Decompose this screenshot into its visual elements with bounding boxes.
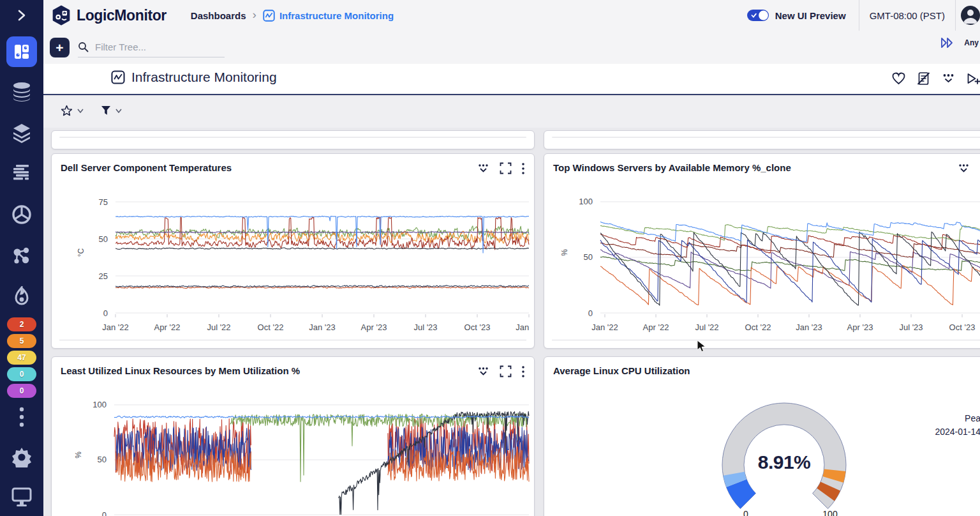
svg-text:Apr '23: Apr '23 (361, 322, 387, 332)
new-ui-preview-toggle[interactable] (746, 9, 769, 22)
filter-tree-input[interactable] (95, 42, 207, 52)
mapping-icon (11, 245, 32, 266)
schedule-add-icon[interactable] (965, 71, 980, 86)
sidebar-item-alerts[interactable] (0, 286, 43, 307)
sidebar-item-logs[interactable] (0, 163, 43, 183)
timezone-label: GMT-08:00 (PST) (859, 10, 955, 21)
breadcrumb-dashboards[interactable]: Dashboards (191, 10, 246, 21)
widget-linux-cpu-gauge: Average Linux CPU Utilization 8.91% 0 10… (544, 356, 980, 516)
svg-text:50: 50 (99, 234, 108, 244)
line-chart-dell-temperatures[interactable]: 7550250°CJan '22Apr '22Jul '22Oct '22Jan… (58, 185, 530, 333)
brand-name: LogicMonitor (77, 7, 167, 24)
logicmonitor-mark-icon (51, 5, 71, 26)
favorite-heart-icon[interactable] (891, 71, 907, 86)
divider (955, 0, 956, 31)
dashboard-chart-icon (263, 10, 275, 22)
breadcrumb-current[interactable]: Infrastructure Monitoring (263, 10, 394, 22)
sidebar-expand-chevron-icon[interactable] (0, 9, 43, 22)
alert-badge[interactable]: 0 (7, 367, 36, 381)
logicmonitor-logo[interactable]: LogicMonitor (51, 5, 167, 26)
filter-dropdown[interactable] (100, 105, 122, 117)
more-actions-icon[interactable] (940, 71, 956, 86)
alert-badge[interactable]: 5 (7, 334, 36, 348)
mouse-cursor (697, 340, 708, 353)
search-icon (78, 42, 89, 52)
svg-text:%: % (560, 249, 569, 256)
svg-text:Jul '22: Jul '22 (695, 322, 718, 332)
dashboard-chart-icon (111, 70, 125, 84)
sidebar-item-modules[interactable] (0, 123, 43, 143)
dashboards-icon (13, 43, 30, 60)
svg-text:°C: °C (77, 248, 85, 257)
widget-linux-mem-utilization: Least Utilized Linux Resources by Mem Ut… (51, 356, 535, 516)
sidebar-remote-session-icon[interactable] (0, 487, 43, 507)
more-actions-icon[interactable] (957, 162, 970, 175)
resource-tree-bar: + Any (43, 31, 980, 64)
widget-dell-temperatures: Dell Server Component Temperatures 75502… (51, 153, 535, 349)
svg-text:Jan '23: Jan '23 (796, 322, 822, 332)
breadcrumb-chevron-icon: › (253, 8, 256, 22)
sidebar-item-mapping[interactable] (0, 245, 43, 266)
gauge-peak-annotation: Pea 2024-01-14 (544, 412, 980, 439)
dashboard-title-bar: Infrastructure Monitoring (43, 64, 980, 95)
any-dropdown[interactable]: Any (964, 38, 979, 47)
svg-text:0: 0 (103, 308, 108, 318)
alert-badge[interactable]: 0 (7, 384, 36, 398)
peak-date: 2024-01-14 (544, 425, 980, 439)
svg-text:Jan '22: Jan '22 (102, 322, 129, 332)
more-actions-icon[interactable] (477, 365, 490, 378)
svg-text:Jul '23: Jul '23 (899, 322, 923, 332)
line-chart-windows-memory[interactable]: 100500%Jan '22Apr '22Jul '22Oct '22Jan '… (551, 185, 980, 333)
widget-partial-top-right (544, 130, 980, 149)
svg-text:Jul '23: Jul '23 (413, 322, 437, 332)
report-disabled-icon[interactable] (916, 71, 932, 86)
expand-icon[interactable] (500, 365, 512, 377)
star-icon (60, 104, 73, 118)
expand-icon[interactable] (500, 162, 512, 174)
svg-text:Jan '22: Jan '22 (591, 322, 618, 332)
user-avatar[interactable] (961, 6, 980, 25)
websites-icon (11, 204, 32, 225)
sidebar-settings-gear-icon[interactable] (0, 447, 43, 467)
gauge-max-label: 100 (815, 509, 845, 516)
left-sidebar: 254700 (0, 0, 43, 516)
svg-text:Oct '23: Oct '23 (464, 322, 491, 332)
svg-text:100: 100 (93, 400, 107, 409)
widget-footer-divider (552, 340, 980, 340)
svg-text:Oct '22: Oct '22 (745, 322, 771, 332)
sidebar-item-websites[interactable] (0, 204, 43, 225)
kebab-menu-icon[interactable] (521, 365, 525, 378)
kebab-menu-icon[interactable] (521, 162, 525, 175)
svg-text:Apr '22: Apr '22 (154, 322, 181, 332)
filter-tree-search[interactable] (78, 37, 225, 57)
more-actions-icon[interactable] (477, 162, 490, 175)
dashboard-filter-bar (43, 96, 980, 128)
top-bar: LogicMonitor Dashboards › Infrastructure… (43, 0, 980, 31)
alert-badge[interactable]: 47 (7, 351, 36, 365)
gauge-min-label: 0 (732, 509, 760, 516)
widget-title: Top Windows Servers by Available Memory … (553, 162, 791, 173)
svg-text:0: 0 (588, 308, 593, 318)
svg-text:25: 25 (99, 271, 108, 281)
widget-footer-divider (59, 340, 526, 340)
sidebar-item-dashboards[interactable] (6, 36, 37, 67)
chevron-down-icon (115, 109, 122, 113)
add-button[interactable]: + (50, 38, 70, 57)
svg-text:Jul '22: Jul '22 (207, 322, 230, 332)
svg-text:Oct '23: Oct '23 (949, 322, 976, 332)
page-title: Infrastructure Monitoring (131, 70, 277, 85)
sidebar-item-resources[interactable] (0, 82, 43, 102)
modules-icon (12, 123, 31, 143)
fast-forward-icon[interactable] (940, 37, 955, 49)
new-ui-preview-label: New UI Preview (775, 10, 846, 21)
sidebar-more-icon[interactable] (0, 406, 43, 428)
alert-badge[interactable]: 2 (7, 317, 36, 331)
widget-title: Least Utilized Linux Resources by Mem Ut… (61, 365, 300, 376)
svg-text:Jan '24: Jan '24 (516, 322, 530, 332)
svg-text:Jan '23: Jan '23 (309, 322, 336, 332)
widget-windows-memory: Top Windows Servers by Available Memory … (544, 153, 980, 349)
logs-icon (12, 163, 31, 183)
svg-text:50: 50 (98, 455, 107, 464)
line-chart-linux-memory[interactable]: 100500% (58, 388, 530, 516)
favorites-filter[interactable] (60, 104, 84, 118)
